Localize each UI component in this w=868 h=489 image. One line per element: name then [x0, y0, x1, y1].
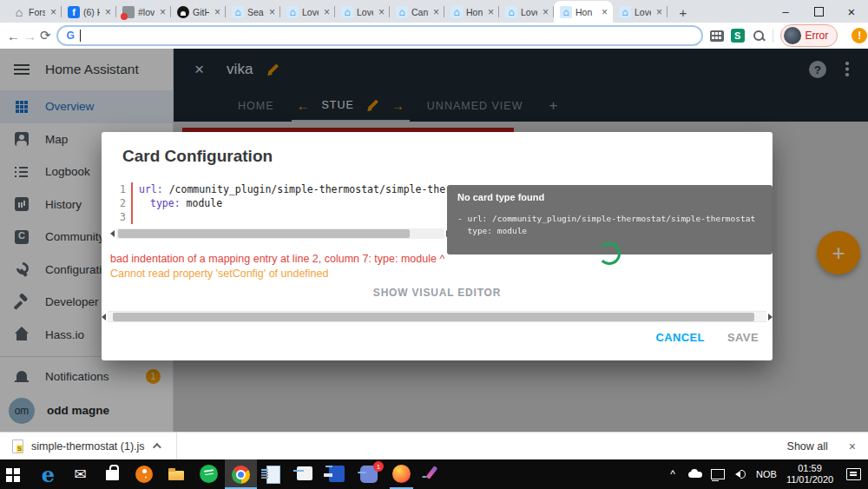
show-all-button[interactable]: Show all — [787, 440, 828, 453]
divider — [773, 29, 773, 43]
profile-status-label: Error — [806, 30, 829, 42]
close-icon[interactable]: × — [267, 7, 277, 17]
home-assistant-icon — [396, 6, 408, 18]
browser-tab[interactable]: Love× — [280, 1, 335, 23]
close-icon[interactable]: × — [654, 7, 664, 17]
onedrive-icon[interactable] — [684, 459, 707, 489]
notepad-icon[interactable] — [257, 459, 289, 489]
preview-code-line: type: module — [457, 226, 527, 235]
discord-icon[interactable]: 1 — [353, 459, 385, 489]
firefox-icon[interactable] — [385, 459, 418, 489]
file-explorer-icon[interactable] — [161, 459, 193, 489]
update-warning-icon[interactable]: ! — [852, 28, 867, 43]
tab-title: GitH — [193, 7, 209, 17]
openvpn-icon[interactable] — [128, 459, 161, 489]
tab-title: Love — [635, 7, 651, 17]
browser-tab-active[interactable]: Hon× — [554, 1, 613, 23]
browser-tab[interactable]: Can× — [390, 1, 444, 23]
home-assistant-app: Home Assistant Overview Map Logbook Hist… — [0, 49, 868, 432]
browser-tab[interactable]: GitH× — [171, 1, 226, 23]
config-error-message: Cannot read property 'setConfig' of unde… — [110, 267, 444, 281]
refresh-icon[interactable]: ⟳ — [40, 25, 51, 46]
microsoft-store-icon[interactable] — [96, 459, 128, 489]
close-window-button[interactable] — [835, 0, 868, 23]
line-number: 2 — [110, 196, 133, 210]
scroll-left-icon[interactable] — [102, 314, 106, 320]
home-icon — [13, 6, 25, 18]
new-tab-button[interactable]: + — [673, 2, 694, 23]
minimize-button[interactable] — [769, 0, 802, 23]
volume-icon[interactable] — [729, 459, 752, 489]
save-app-icon[interactable] — [321, 459, 353, 489]
close-icon[interactable]: × — [431, 7, 441, 17]
yaml-value: /community_plugin/simple-thermostat/simp… — [163, 183, 450, 195]
language-indicator[interactable]: NOB — [752, 459, 781, 489]
profile-chip[interactable]: Error — [780, 24, 838, 47]
browser-tab[interactable]: Fors× — [7, 1, 62, 23]
s-extension-icon[interactable]: S — [731, 29, 745, 43]
chrome-logo — [232, 466, 250, 484]
network-icon[interactable] — [707, 459, 729, 489]
clock[interactable]: 01:59 11/01/2020 — [781, 463, 838, 486]
chrome-icon[interactable] — [225, 459, 257, 489]
tab-title: Love — [302, 7, 319, 17]
close-icon[interactable]: × — [103, 7, 113, 17]
cancel-button[interactable]: CANCEL — [655, 331, 705, 344]
media-extension-icon[interactable] — [710, 30, 724, 42]
browser-tab[interactable]: Love× — [613, 1, 667, 23]
close-icon[interactable]: × — [600, 7, 609, 17]
start-button-icon[interactable] — [0, 459, 32, 489]
browser-tab[interactable]: #lov× — [116, 1, 171, 23]
tab-title: #lov — [138, 7, 155, 17]
tab-title: Can — [411, 7, 428, 17]
tab-title: Fors — [29, 7, 45, 17]
time: 01:59 — [781, 463, 838, 474]
browser-tab[interactable]: Love× — [335, 1, 390, 23]
action-center-icon[interactable] — [842, 459, 865, 489]
close-icon[interactable]: × — [849, 439, 856, 453]
discord-badge: 1 — [373, 461, 384, 472]
yaml-error-message: bad indentation of a mapping entry at li… — [110, 252, 444, 267]
close-icon[interactable]: × — [377, 7, 386, 17]
back-icon[interactable]: ← — [7, 25, 20, 46]
scroll-right-icon[interactable] — [768, 314, 773, 320]
download-item[interactable]: simple-thermostat (1).js — [0, 433, 171, 460]
url-input[interactable]: G — [56, 25, 703, 46]
line-number: 1 — [110, 182, 133, 196]
paint3d-icon[interactable] — [418, 459, 450, 489]
yaml-code-editor[interactable]: 1url: /community_plugin/simple-thermosta… — [110, 182, 450, 239]
home-assistant-icon — [341, 6, 353, 18]
close-icon[interactable]: × — [158, 7, 168, 17]
scrollbar-thumb[interactable] — [113, 313, 754, 321]
editor-horizontal-scrollbar[interactable] — [110, 228, 450, 239]
browser-tab[interactable]: Sear× — [226, 1, 280, 23]
browser-tab[interactable]: (6) H× — [62, 1, 116, 23]
github-icon — [177, 6, 189, 18]
paint-icon[interactable] — [289, 459, 321, 489]
mail-icon[interactable]: ✉ — [64, 459, 96, 489]
show-visual-editor-button[interactable]: SHOW VISUAL EDITOR — [102, 287, 773, 299]
close-icon[interactable]: × — [213, 7, 222, 17]
save-button[interactable]: SAVE — [727, 331, 759, 344]
chevron-up-icon[interactable] — [153, 443, 161, 452]
scrollbar-thumb[interactable] — [118, 229, 410, 238]
browser-tab[interactable]: Hon× — [444, 1, 499, 23]
show-hidden-icons[interactable]: ^ — [661, 459, 684, 489]
date: 11/01/2020 — [781, 474, 838, 486]
close-icon[interactable]: × — [322, 7, 332, 17]
yaml-value: module — [181, 197, 222, 209]
browser-tab[interactable]: Love× — [499, 1, 554, 23]
tab-title: Hon — [575, 7, 596, 17]
close-icon[interactable]: × — [541, 7, 550, 17]
dialog-horizontal-scrollbar[interactable] — [102, 311, 773, 322]
browser-tab-strip: Fors× (6) H× #lov× GitH× Sear× Love× Lov… — [0, 0, 868, 23]
restore-button[interactable] — [802, 0, 835, 23]
forward-icon[interactable]: → — [23, 25, 36, 46]
close-icon[interactable]: × — [49, 7, 58, 17]
line-number: 3 — [110, 210, 133, 224]
scroll-left-icon[interactable] — [110, 230, 115, 237]
close-icon[interactable]: × — [486, 7, 496, 17]
search-extension-icon[interactable] — [752, 29, 766, 43]
spotify-icon[interactable] — [193, 459, 225, 489]
edge-icon[interactable]: e — [32, 459, 64, 489]
